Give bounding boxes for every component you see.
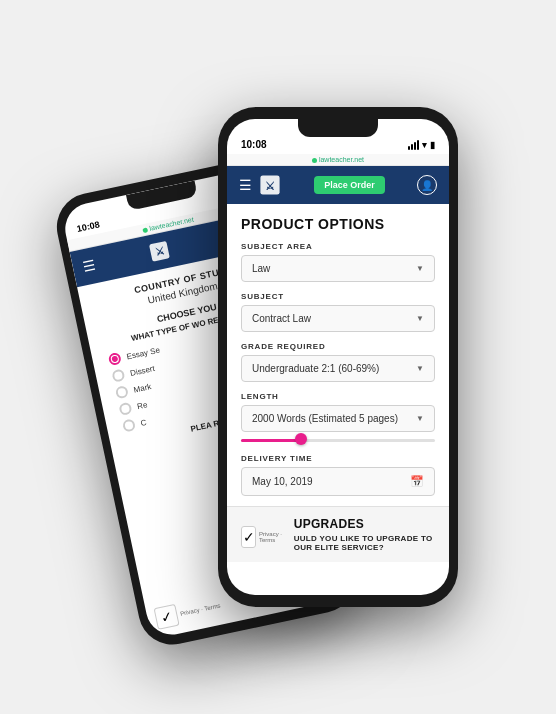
svg-text:⚔: ⚔ bbox=[265, 180, 275, 192]
radio-circle-2[interactable] bbox=[115, 385, 129, 399]
subject-dropdown[interactable]: Contract Law ▼ bbox=[241, 305, 435, 332]
logo-front: ⚔ bbox=[258, 173, 282, 197]
subject-area-arrow: ▼ bbox=[416, 264, 424, 273]
delivery-input[interactable]: May 10, 2019 📅 bbox=[241, 467, 435, 496]
delivery-label: DELIVERY TIME bbox=[241, 454, 435, 463]
radio-circle-1[interactable] bbox=[111, 368, 125, 382]
notch-front bbox=[298, 119, 378, 137]
slider-fill bbox=[241, 439, 299, 442]
length-value: 2000 Words (Estimated 5 pages) bbox=[252, 413, 398, 424]
time-front: 10:08 bbox=[241, 139, 267, 150]
subject-area-value: Law bbox=[252, 263, 270, 274]
nav-bar-front: ☰ ⚔ Place Order 👤 bbox=[227, 166, 449, 204]
upgrades-title: UPGRADES bbox=[294, 517, 435, 531]
length-slider[interactable] bbox=[241, 438, 435, 444]
recaptcha-icon-back: ✓ bbox=[154, 604, 180, 630]
front-phone-content: PRODUCT OPTIONS SUBJECT AREA Law ▼ SUBJE… bbox=[227, 204, 449, 574]
upgrades-section: ✓ Privacy · Terms UPGRADES UULD YOU LIKE… bbox=[227, 506, 449, 562]
length-label: LENGTH bbox=[241, 392, 435, 401]
radio-circle-3[interactable] bbox=[118, 402, 132, 416]
slider-thumb[interactable] bbox=[295, 433, 307, 445]
subject-arrow: ▼ bbox=[416, 314, 424, 323]
slider-track bbox=[241, 439, 435, 442]
recaptcha-back: ✓ Privacy · Terms bbox=[153, 591, 223, 630]
front-phone: 10:08 ▾ ▮ lawteacher.net ☰ bbox=[218, 107, 458, 607]
radio-label-0: Essay Se bbox=[126, 345, 161, 361]
recaptcha-front: ✓ Privacy · Terms bbox=[241, 526, 286, 548]
recaptcha-icon-front: ✓ bbox=[241, 526, 256, 548]
upgrades-sub: UULD YOU LIKE TO UPGRADE TO OUR ELITE SE… bbox=[294, 534, 435, 552]
status-icons-front: ▾ ▮ bbox=[408, 140, 435, 150]
grade-label: GRADE REQUIRED bbox=[241, 342, 435, 351]
radio-label-3: Re bbox=[136, 400, 148, 411]
grade-dropdown[interactable]: Undergraduate 2:1 (60-69%) ▼ bbox=[241, 355, 435, 382]
subject-value: Contract Law bbox=[252, 313, 311, 324]
nav-logo-front: ☰ ⚔ bbox=[239, 173, 282, 197]
url-bar-front: lawteacher.net bbox=[227, 154, 449, 166]
logo-back: ⚔ bbox=[145, 237, 173, 265]
grade-value: Undergraduate 2:1 (60-69%) bbox=[252, 363, 379, 374]
recaptcha-text-back: Privacy · Terms bbox=[180, 602, 221, 616]
subject-label: SUBJECT bbox=[241, 292, 435, 301]
recaptcha-text-front: Privacy · Terms bbox=[259, 531, 286, 543]
hamburger-back[interactable]: ☰ bbox=[81, 257, 97, 275]
length-section: LENGTH 2000 Words (Estimated 5 pages) ▼ bbox=[241, 392, 435, 444]
signal-icon-front bbox=[408, 140, 419, 150]
delivery-value: May 10, 2019 bbox=[252, 476, 313, 487]
wifi-icon: ▾ bbox=[422, 140, 427, 150]
length-arrow: ▼ bbox=[416, 414, 424, 423]
battery-icon: ▮ bbox=[430, 140, 435, 150]
radio-label-4: C bbox=[140, 417, 148, 427]
subject-area-label: SUBJECT AREA bbox=[241, 242, 435, 251]
time-back: 10:08 bbox=[76, 219, 101, 234]
user-icon[interactable]: 👤 bbox=[417, 175, 437, 195]
grade-arrow: ▼ bbox=[416, 364, 424, 373]
product-title: PRODUCT OPTIONS bbox=[241, 216, 435, 232]
calendar-icon: 📅 bbox=[410, 475, 424, 488]
radio-circle-0[interactable] bbox=[108, 352, 122, 366]
length-dropdown[interactable]: 2000 Words (Estimated 5 pages) ▼ bbox=[241, 405, 435, 432]
subject-area-dropdown[interactable]: Law ▼ bbox=[241, 255, 435, 282]
radio-label-1: Dissert bbox=[129, 364, 155, 378]
radio-circle-4[interactable] bbox=[122, 418, 136, 432]
hamburger-front[interactable]: ☰ bbox=[239, 177, 252, 193]
place-order-btn-front[interactable]: Place Order bbox=[314, 176, 385, 194]
radio-label-2: Mark bbox=[133, 382, 152, 395]
